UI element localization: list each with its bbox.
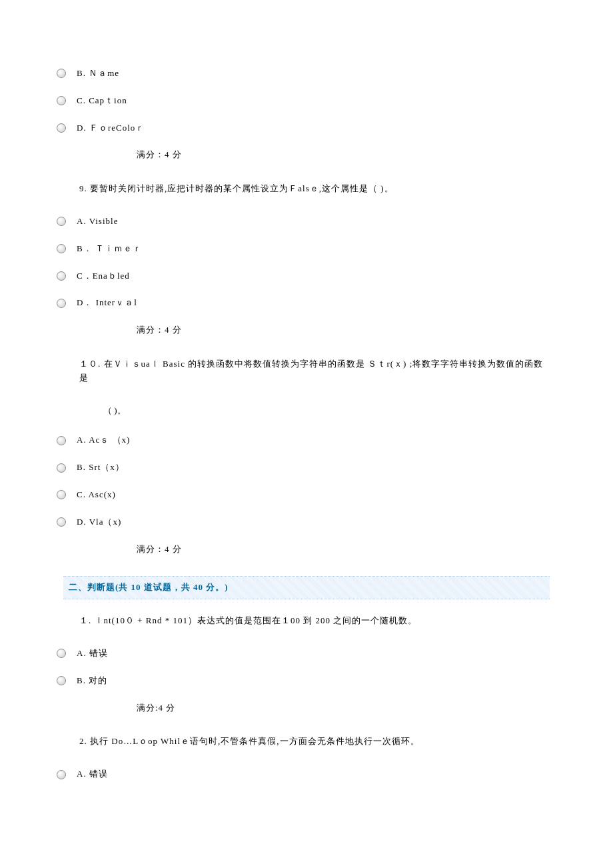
radio-icon (57, 490, 66, 499)
q10-option-c[interactable]: C. Asc(x) (57, 488, 550, 502)
radio-icon (57, 649, 66, 658)
option-c[interactable]: C. Capｔion (57, 94, 550, 108)
option-label: D． Interｖａl (77, 296, 137, 310)
score-text: 满分：4 分 (137, 323, 550, 337)
option-label: D. Vla（x) (77, 515, 121, 529)
option-label: C. Capｔion (77, 94, 127, 108)
radio-icon (57, 96, 66, 105)
radio-icon (57, 676, 66, 685)
option-d[interactable]: D. ＦｏreColoｒ (57, 121, 550, 135)
option-label: A. Acｓ （x) (77, 433, 130, 447)
j2-option-a[interactable]: A. 错误 (57, 767, 550, 781)
judgment-2: 2. 执行 Do…Lｏop Whilｅ语句时,不管条件真假,一方面会无条件地执行… (79, 735, 550, 749)
option-label: C. Asc(x) (77, 488, 116, 502)
j1-option-a[interactable]: A. 错误 (57, 647, 550, 661)
option-b[interactable]: B. Ｎａme (57, 67, 550, 81)
option-label: B. Ｎａme (77, 67, 119, 81)
question-9: 9. 要暂时关闭计时器,应把计时器的某个属性设立为Ｆalsｅ,这个属性是（ )。 (79, 182, 550, 196)
option-label: C．Enaｂled (77, 269, 130, 283)
j1-option-b[interactable]: B. 对的 (57, 674, 550, 688)
option-label: A. 错误 (77, 647, 108, 661)
score-text: 满分:4 分 (137, 701, 550, 715)
q10-option-a[interactable]: A. Acｓ （x) (57, 433, 550, 447)
judgment-1: １. Ｉnt(10０ + Rnd * 101）表达式的值是范围在１00 到 20… (79, 614, 550, 628)
radio-icon (57, 299, 66, 308)
option-label: A. 错误 (77, 767, 108, 781)
radio-icon (57, 271, 66, 281)
q9-option-b[interactable]: B． Ｔｉｍｅｒ (57, 242, 550, 256)
radio-icon (57, 217, 66, 226)
radio-icon (57, 69, 66, 78)
radio-icon (57, 123, 66, 133)
option-label: B. Srt（x） (77, 461, 125, 475)
q10-option-b[interactable]: B. Srt（x） (57, 461, 550, 475)
question-10-line1: １０. 在Ｖｉｓuaｌ Basic 的转换函数中将数值转换为字符串的函数是 Ｓｔ… (79, 357, 550, 385)
radio-icon (57, 770, 66, 779)
score-text: 满分：4 分 (137, 148, 550, 162)
radio-icon (57, 463, 66, 473)
score-text: 满分：4 分 (137, 543, 550, 557)
section-2-header: 二、判断题(共 10 道试题，共 40 分。) (63, 576, 550, 599)
question-10-line2: （ )。 (103, 404, 550, 418)
q9-option-a[interactable]: A. Visible (57, 215, 550, 229)
q9-option-d[interactable]: D． Interｖａl (57, 296, 550, 310)
radio-icon (57, 517, 66, 527)
radio-icon (57, 244, 66, 253)
option-label: B. 对的 (77, 674, 107, 688)
radio-icon (57, 436, 66, 445)
q9-option-c[interactable]: C．Enaｂled (57, 269, 550, 283)
q10-option-d[interactable]: D. Vla（x) (57, 515, 550, 529)
option-label: D. ＦｏreColoｒ (77, 121, 145, 135)
option-label: A. Visible (77, 215, 118, 229)
option-label: B． Ｔｉｍｅｒ (77, 242, 142, 256)
